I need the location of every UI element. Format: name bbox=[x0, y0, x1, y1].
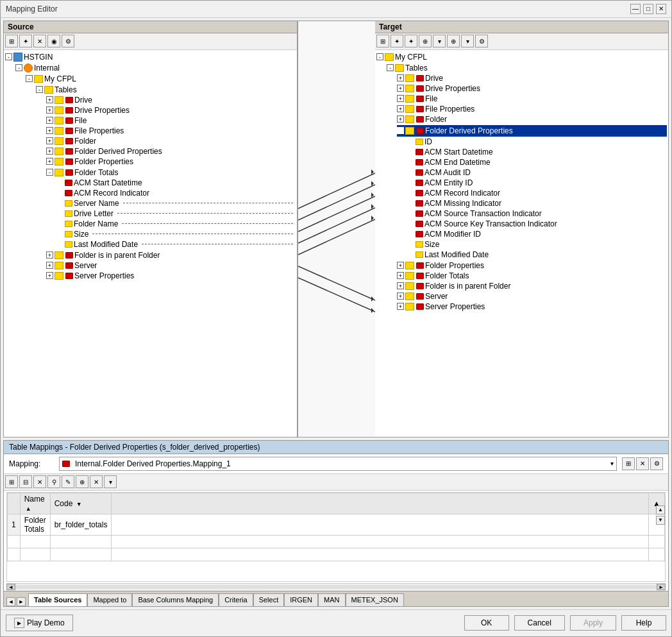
tree-item-tables-tgt[interactable]: - Tables bbox=[387, 63, 667, 73]
btm-tool-3[interactable]: ✕ bbox=[33, 475, 46, 488]
tree-item-hstgin[interactable]: - HSTGIN bbox=[5, 52, 296, 62]
tree-item-folderprops-src[interactable]: + Folder Properties bbox=[46, 157, 296, 167]
target-tool-7[interactable]: ▾ bbox=[461, 35, 474, 47]
tree-item-driveprops-tgt[interactable]: + Drive Properties bbox=[397, 83, 667, 94]
expand-folderderived-src[interactable]: + bbox=[46, 148, 53, 155]
expand-fileprops-src[interactable]: + bbox=[46, 127, 53, 134]
expand-foldertotals-tgt[interactable]: + bbox=[397, 272, 404, 279]
expand-file-tgt[interactable]: + bbox=[397, 95, 404, 102]
tab-mapped-to[interactable]: Mapped to bbox=[87, 593, 132, 606]
tree-item-acmentity-tgt[interactable]: ACM Entity ID bbox=[407, 178, 667, 188]
source-tool-4[interactable]: ◉ bbox=[47, 35, 60, 47]
tab-man[interactable]: MAN bbox=[318, 593, 345, 606]
source-tool-5[interactable]: ⚙ bbox=[62, 35, 74, 47]
tree-item-acmrecord-tgt[interactable]: ACM Record Indicator bbox=[407, 188, 667, 198]
tree-item-acmend-tgt[interactable]: ACM End Datetime bbox=[407, 157, 667, 167]
expand-tables-src[interactable]: - bbox=[36, 86, 43, 93]
tab-irgen[interactable]: IRGEN bbox=[284, 593, 318, 606]
tree-item-fileprops-src[interactable]: + File Properties bbox=[46, 126, 296, 136]
tab-criteria[interactable]: Criteria bbox=[219, 593, 253, 606]
tree-item-folder-tgt[interactable]: + Folder bbox=[397, 114, 667, 124]
table-row[interactable]: 1 Folder Totals br_folder_totals bbox=[8, 514, 665, 535]
btm-tool-6[interactable]: ⊕ bbox=[76, 475, 88, 488]
tree-item-acmmodifier-tgt[interactable]: ACM Modifier ID bbox=[407, 229, 667, 239]
expand-hstgin[interactable]: - bbox=[5, 53, 12, 60]
tree-item-acmsourcekey-tgt[interactable]: ACM Source Key Transaction Indicator bbox=[407, 219, 667, 229]
tree-item-driveletter-src[interactable]: Drive Letter bbox=[56, 208, 296, 219]
tab-base-columns[interactable]: Base Columns Mapping bbox=[132, 593, 219, 606]
btm-tool-5[interactable]: ✎ bbox=[62, 475, 74, 488]
col-name-sort[interactable]: ▲ bbox=[26, 505, 31, 512]
expand-driveprops-tgt[interactable]: + bbox=[397, 85, 404, 92]
expand-folder-tgt[interactable]: + bbox=[397, 115, 404, 123]
help-button[interactable]: Help bbox=[621, 615, 666, 631]
tree-item-drive-src[interactable]: + Drive bbox=[46, 95, 296, 105]
mapping-select-dropdown[interactable]: Internal.Folder Derived Properties.Mappi… bbox=[59, 457, 617, 471]
apply-button[interactable]: Apply bbox=[570, 615, 616, 631]
hscroll-right[interactable]: ► bbox=[657, 584, 666, 590]
tab-metex-json[interactable]: METEX_JSON bbox=[346, 593, 404, 606]
tab-select[interactable]: Select bbox=[253, 593, 285, 606]
source-tree[interactable]: - HSTGIN - Internal bbox=[4, 50, 297, 437]
mapping-btn-3[interactable]: ⚙ bbox=[650, 457, 663, 470]
tree-item-internal[interactable]: - Internal bbox=[15, 63, 296, 73]
target-tool-5[interactable]: ▾ bbox=[433, 35, 446, 47]
tree-item-folderinparent-tgt[interactable]: + Folder is in parent Folder bbox=[397, 281, 667, 291]
tree-item-serverprops-tgt[interactable]: + Server Properties bbox=[397, 302, 667, 312]
tree-item-acmstart-tgt[interactable]: ACM Start Datetime bbox=[407, 147, 667, 157]
ok-button[interactable]: OK bbox=[464, 615, 509, 631]
expand-drive-tgt[interactable]: + bbox=[397, 74, 404, 81]
target-tool-3[interactable]: ✦ bbox=[405, 35, 417, 47]
tree-item-size-src[interactable]: Size bbox=[56, 229, 296, 239]
tree-item-tables-src[interactable]: - Tables bbox=[36, 85, 296, 95]
tree-item-server-src[interactable]: + Server bbox=[46, 260, 296, 271]
expand-server-tgt[interactable]: + bbox=[397, 293, 404, 300]
target-tree[interactable]: - My CFPL - Tables bbox=[375, 50, 668, 437]
tree-item-folderinparent-src[interactable]: + Folder is in parent Folder bbox=[46, 250, 296, 260]
tree-item-acmaudit-tgt[interactable]: ACM Audit ID bbox=[407, 167, 667, 178]
source-tool-3[interactable]: ✕ bbox=[33, 35, 46, 47]
tree-item-fileprops-tgt[interactable]: + File Properties bbox=[397, 104, 667, 114]
btm-tool-1[interactable]: ⊞ bbox=[5, 475, 18, 488]
expand-mycfpl[interactable]: - bbox=[26, 75, 33, 82]
tree-item-folderderived-src[interactable]: + Folder Derived Properties bbox=[46, 146, 296, 157]
tree-item-lastmod-src[interactable]: Last Modified Date bbox=[56, 239, 296, 250]
target-tool-1[interactable]: ⊞ bbox=[376, 35, 389, 47]
expand-tables-tgt[interactable]: - bbox=[387, 64, 394, 71]
tree-item-folderderived-tgt[interactable]: - Folder Derived Properties bbox=[397, 125, 667, 137]
tree-item-folderprops-tgt[interactable]: + Folder Properties bbox=[397, 260, 667, 271]
tree-item-mycfpl[interactable]: - My CFPL bbox=[26, 74, 296, 84]
tree-item-size-tgt[interactable]: Size bbox=[407, 239, 667, 250]
tree-item-serverprops-src[interactable]: + Server Properties bbox=[46, 271, 296, 281]
source-tool-2[interactable]: ✦ bbox=[19, 35, 32, 47]
play-demo-button[interactable]: ▶ Play Demo bbox=[6, 615, 73, 631]
tree-item-folder-src[interactable]: + Folder bbox=[46, 136, 296, 146]
tree-item-foldername-src[interactable]: Folder Name bbox=[56, 219, 296, 229]
tree-item-acmsource-tgt[interactable]: ACM Source Transaction Indicator bbox=[407, 208, 667, 219]
tree-item-drive-tgt[interactable]: + Drive bbox=[397, 73, 667, 83]
tab-nav-left[interactable]: ◄ bbox=[6, 597, 15, 606]
tree-item-driveprops-src[interactable]: + Drive Properties bbox=[46, 105, 296, 115]
tab-table-sources[interactable]: Table Sources bbox=[28, 593, 87, 606]
btm-tool-4[interactable]: ⚲ bbox=[47, 475, 60, 488]
expand-foldertotals-src[interactable]: - bbox=[46, 169, 53, 176]
expand-folder-src[interactable]: + bbox=[46, 137, 53, 144]
col-code-sort[interactable]: ▼ bbox=[76, 501, 82, 507]
target-tool-2[interactable]: ✦ bbox=[391, 35, 403, 47]
tree-item-server-tgt[interactable]: + Server bbox=[397, 291, 667, 302]
cancel-button[interactable]: Cancel bbox=[514, 615, 565, 631]
expand-folderprops-tgt[interactable]: + bbox=[397, 262, 404, 269]
expand-internal[interactable]: - bbox=[15, 64, 22, 71]
expand-server-src[interactable]: + bbox=[46, 262, 53, 269]
expand-drive-src[interactable]: + bbox=[46, 96, 53, 103]
vscroll-down[interactable]: ▼ bbox=[656, 516, 665, 525]
btm-tool-7[interactable]: ✕ bbox=[90, 475, 103, 488]
expand-folderinparent-src[interactable]: + bbox=[46, 251, 53, 259]
tree-item-file-src[interactable]: + File bbox=[46, 115, 296, 126]
expand-serverprops-tgt[interactable]: + bbox=[397, 303, 404, 310]
btm-tool-8[interactable]: ▾ bbox=[104, 475, 117, 488]
table-area[interactable]: Name ▲ Code ▼ ▲ bbox=[6, 492, 666, 582]
target-tool-4[interactable]: ⊕ bbox=[419, 35, 432, 47]
tree-item-mycfpl-tgt[interactable]: - My CFPL bbox=[376, 52, 667, 62]
expand-driveprops-src[interactable]: + bbox=[46, 106, 53, 114]
